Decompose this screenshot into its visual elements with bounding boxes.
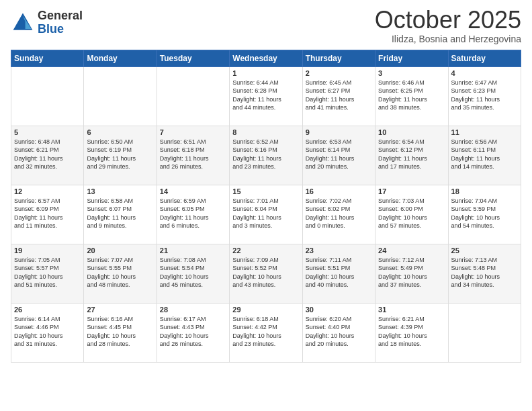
day-number: 3 (378, 69, 445, 77)
day-info: Sunrise: 7:08 AM Sunset: 5:54 PM Dayligh… (160, 256, 226, 289)
table-row: 2Sunrise: 6:45 AM Sunset: 6:27 PM Daylig… (302, 66, 375, 126)
day-info: Sunrise: 7:07 AM Sunset: 5:55 PM Dayligh… (87, 256, 153, 289)
day-number: 14 (160, 187, 226, 195)
day-number: 17 (378, 187, 445, 195)
calendar-week-3: 12Sunrise: 6:57 AM Sunset: 6:09 PM Dayli… (11, 185, 521, 244)
day-number: 8 (232, 128, 299, 136)
table-row (11, 66, 84, 126)
day-number: 7 (160, 128, 226, 136)
header-friday: Friday (375, 50, 448, 66)
day-number: 5 (14, 128, 81, 136)
table-row: 24Sunrise: 7:12 AM Sunset: 5:49 PM Dayli… (375, 244, 448, 303)
day-number: 20 (87, 246, 153, 255)
day-info: Sunrise: 6:50 AM Sunset: 6:19 PM Dayligh… (87, 138, 153, 171)
day-number: 23 (306, 246, 372, 255)
table-row: 17Sunrise: 7:03 AM Sunset: 6:00 PM Dayli… (375, 185, 448, 244)
day-number: 24 (378, 246, 445, 255)
title-section: October 2025 Ilidza, Bosnia and Herzegov… (375, 7, 521, 44)
logo: General Blue (11, 9, 83, 36)
day-number: 10 (378, 128, 445, 136)
day-info: Sunrise: 7:02 AM Sunset: 6:02 PM Dayligh… (306, 197, 372, 230)
day-number: 13 (87, 187, 153, 195)
day-info: Sunrise: 6:59 AM Sunset: 6:05 PM Dayligh… (160, 197, 226, 230)
day-info: Sunrise: 6:45 AM Sunset: 6:27 PM Dayligh… (306, 79, 372, 112)
header-saturday: Saturday (448, 50, 521, 66)
table-row: 22Sunrise: 7:09 AM Sunset: 5:52 PM Dayli… (230, 244, 302, 303)
location-subtitle: Ilidza, Bosnia and Herzegovina (375, 34, 521, 44)
calendar-week-2: 5Sunrise: 6:48 AM Sunset: 6:21 PM Daylig… (11, 126, 521, 185)
day-number: 22 (232, 246, 299, 255)
table-row: 21Sunrise: 7:08 AM Sunset: 5:54 PM Dayli… (157, 244, 229, 303)
day-info: Sunrise: 6:21 AM Sunset: 4:39 PM Dayligh… (378, 315, 445, 349)
day-info: Sunrise: 6:17 AM Sunset: 4:43 PM Dayligh… (160, 315, 226, 349)
logo-icon (11, 11, 35, 35)
table-row: 7Sunrise: 6:51 AM Sunset: 6:18 PM Daylig… (157, 126, 229, 185)
table-row: 1Sunrise: 6:44 AM Sunset: 6:28 PM Daylig… (230, 66, 302, 126)
day-info: Sunrise: 6:54 AM Sunset: 6:12 PM Dayligh… (378, 138, 445, 171)
day-number: 12 (14, 187, 81, 195)
table-row: 15Sunrise: 7:01 AM Sunset: 6:04 PM Dayli… (230, 185, 302, 244)
table-row: 26Sunrise: 6:14 AM Sunset: 4:46 PM Dayli… (11, 303, 84, 362)
day-info: Sunrise: 6:20 AM Sunset: 4:40 PM Dayligh… (306, 315, 372, 349)
day-info: Sunrise: 6:44 AM Sunset: 6:28 PM Dayligh… (232, 79, 299, 112)
day-info: Sunrise: 6:53 AM Sunset: 6:14 PM Dayligh… (306, 138, 372, 171)
day-info: Sunrise: 7:05 AM Sunset: 5:57 PM Dayligh… (14, 256, 81, 289)
table-row: 25Sunrise: 7:13 AM Sunset: 5:48 PM Dayli… (448, 244, 521, 303)
table-row: 8Sunrise: 6:52 AM Sunset: 6:16 PM Daylig… (230, 126, 302, 185)
day-number: 19 (14, 246, 81, 255)
day-info: Sunrise: 6:16 AM Sunset: 4:45 PM Dayligh… (87, 315, 153, 349)
day-number: 11 (451, 128, 518, 136)
day-number: 18 (451, 187, 518, 195)
table-row: 29Sunrise: 6:18 AM Sunset: 4:42 PM Dayli… (230, 303, 302, 362)
day-number: 31 (378, 306, 445, 314)
day-info: Sunrise: 6:56 AM Sunset: 6:11 PM Dayligh… (451, 138, 518, 171)
day-number: 15 (232, 187, 299, 195)
day-info: Sunrise: 6:46 AM Sunset: 6:25 PM Dayligh… (378, 79, 445, 112)
day-number: 6 (87, 128, 153, 136)
table-row: 5Sunrise: 6:48 AM Sunset: 6:21 PM Daylig… (11, 126, 84, 185)
day-number: 2 (306, 69, 372, 77)
table-row: 20Sunrise: 7:07 AM Sunset: 5:55 PM Dayli… (84, 244, 157, 303)
day-info: Sunrise: 6:18 AM Sunset: 4:42 PM Dayligh… (232, 315, 299, 349)
table-row: 23Sunrise: 7:11 AM Sunset: 5:51 PM Dayli… (302, 244, 375, 303)
header-thursday: Thursday (302, 50, 375, 66)
table-row: 30Sunrise: 6:20 AM Sunset: 4:40 PM Dayli… (302, 303, 375, 362)
calendar-table: Sunday Monday Tuesday Wednesday Thursday… (11, 50, 521, 363)
table-row: 28Sunrise: 6:17 AM Sunset: 4:43 PM Dayli… (157, 303, 229, 362)
day-number: 25 (451, 246, 518, 255)
table-row: 3Sunrise: 6:46 AM Sunset: 6:25 PM Daylig… (375, 66, 448, 126)
day-info: Sunrise: 7:11 AM Sunset: 5:51 PM Dayligh… (306, 256, 372, 289)
day-info: Sunrise: 6:57 AM Sunset: 6:09 PM Dayligh… (14, 197, 81, 230)
day-number: 21 (160, 246, 226, 255)
day-info: Sunrise: 7:04 AM Sunset: 5:59 PM Dayligh… (451, 197, 518, 230)
calendar-week-1: 1Sunrise: 6:44 AM Sunset: 6:28 PM Daylig… (11, 66, 521, 126)
month-title: October 2025 (375, 7, 521, 34)
day-number: 9 (306, 128, 372, 136)
day-info: Sunrise: 6:52 AM Sunset: 6:16 PM Dayligh… (232, 138, 299, 171)
day-number: 1 (232, 69, 299, 77)
table-row: 27Sunrise: 6:16 AM Sunset: 4:45 PM Dayli… (84, 303, 157, 362)
calendar-week-4: 19Sunrise: 7:05 AM Sunset: 5:57 PM Dayli… (11, 244, 521, 303)
table-row: 31Sunrise: 6:21 AM Sunset: 4:39 PM Dayli… (375, 303, 448, 362)
day-info: Sunrise: 7:09 AM Sunset: 5:52 PM Dayligh… (232, 256, 299, 289)
day-info: Sunrise: 6:58 AM Sunset: 6:07 PM Dayligh… (87, 197, 153, 230)
day-info: Sunrise: 6:14 AM Sunset: 4:46 PM Dayligh… (14, 315, 81, 349)
calendar-week-5: 26Sunrise: 6:14 AM Sunset: 4:46 PM Dayli… (11, 303, 521, 362)
day-info: Sunrise: 7:01 AM Sunset: 6:04 PM Dayligh… (232, 197, 299, 230)
table-row: 13Sunrise: 6:58 AM Sunset: 6:07 PM Dayli… (84, 185, 157, 244)
logo-blue-text: Blue (38, 23, 83, 36)
table-row: 4Sunrise: 6:47 AM Sunset: 6:23 PM Daylig… (448, 66, 521, 126)
logo-text: General Blue (38, 9, 83, 36)
header-wednesday: Wednesday (230, 50, 302, 66)
header: General Blue October 2025 Ilidza, Bosnia… (11, 7, 521, 44)
table-row: 19Sunrise: 7:05 AM Sunset: 5:57 PM Dayli… (11, 244, 84, 303)
page: General Blue October 2025 Ilidza, Bosnia… (0, 0, 532, 411)
header-monday: Monday (84, 50, 157, 66)
table-row (448, 303, 521, 362)
header-tuesday: Tuesday (157, 50, 229, 66)
table-row: 9Sunrise: 6:53 AM Sunset: 6:14 PM Daylig… (302, 126, 375, 185)
day-info: Sunrise: 6:51 AM Sunset: 6:18 PM Dayligh… (160, 138, 226, 171)
table-row (84, 66, 157, 126)
day-number: 4 (451, 69, 518, 77)
day-info: Sunrise: 7:12 AM Sunset: 5:49 PM Dayligh… (378, 256, 445, 289)
